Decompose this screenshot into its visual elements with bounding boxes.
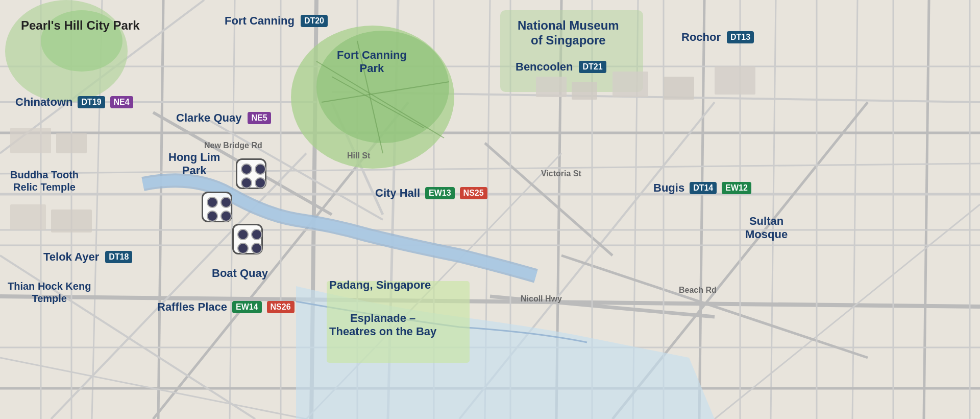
svg-rect-64: [664, 77, 694, 100]
svg-rect-68: [10, 204, 46, 230]
mrt-dot: [220, 197, 232, 208]
svg-rect-66: [10, 128, 51, 153]
svg-rect-62: [572, 82, 597, 100]
mrt-dot: [237, 243, 249, 254]
mrt-dot: [237, 229, 249, 240]
mrt-dot: [241, 177, 252, 189]
mrt-dot: [207, 197, 218, 208]
mrt-dot: [255, 177, 266, 189]
map-container: Pearl's Hill City Park National Museumof…: [0, 0, 980, 419]
svg-point-54: [316, 31, 449, 143]
svg-rect-60: [327, 281, 470, 363]
mrt-dot: [207, 211, 218, 222]
mrt-icon-1: [236, 158, 266, 189]
svg-rect-63: [612, 72, 648, 97]
svg-rect-65: [715, 66, 755, 95]
mrt-dot: [241, 164, 252, 175]
mrt-icon-3: [232, 224, 263, 254]
mrt-icon-2: [202, 192, 232, 222]
mrt-dot: [255, 164, 266, 175]
svg-rect-61: [536, 77, 567, 97]
mrt-dot: [251, 229, 262, 240]
svg-point-52: [41, 10, 122, 72]
svg-rect-69: [51, 210, 92, 232]
map-background: [0, 0, 980, 419]
mrt-dot: [251, 243, 262, 254]
mrt-dot: [220, 211, 232, 222]
svg-rect-67: [56, 133, 87, 153]
